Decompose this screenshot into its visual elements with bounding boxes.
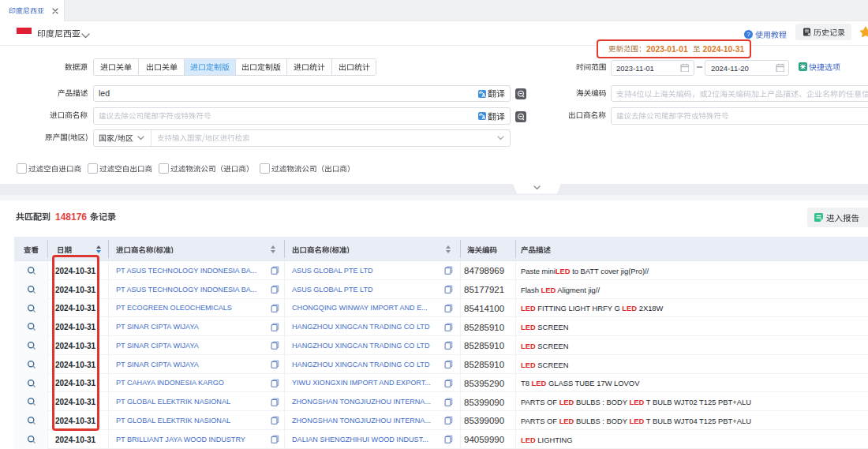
- svg-text:?: ?: [746, 31, 750, 38]
